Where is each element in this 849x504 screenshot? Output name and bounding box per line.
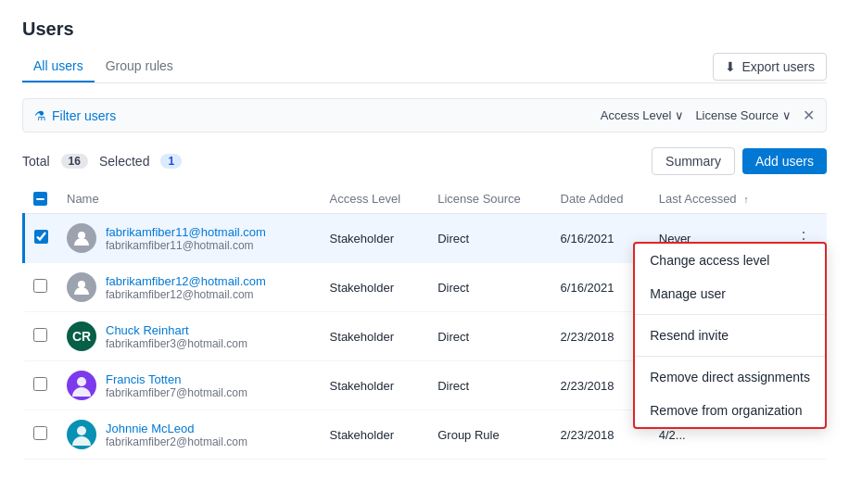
avatar (67, 223, 96, 253)
context-menu-item[interactable]: Remove direct assignments (635, 360, 825, 394)
access-level-cell: Stakeholder (321, 361, 429, 410)
license-source-cell: Direct (428, 361, 551, 410)
tab-all-users[interactable]: All users (22, 51, 95, 82)
user-email: fabrikamfiber7@hotmail.com (106, 386, 247, 399)
user-info-cell: Johnnie McLeod fabrikamfiber2@hotmail.co… (67, 420, 311, 449)
license-source-cell: Direct (428, 312, 551, 361)
user-display-name[interactable]: Francis Totten (106, 372, 247, 386)
menu-divider (635, 356, 825, 357)
filter-bar: ⚗ Filter users Access Level ∨ License So… (22, 98, 827, 132)
sort-icon: ↑ (743, 194, 749, 205)
filter-users-button[interactable]: ⚗ Filter users (34, 108, 116, 123)
access-level-cell: Stakeholder (321, 410, 429, 460)
user-info-cell: fabrikamfiber11@hotmail.com fabrikamfibe… (67, 223, 311, 253)
svg-point-3 (77, 426, 86, 435)
row-checkbox[interactable] (33, 328, 47, 342)
col-header-date-added: Date Added (551, 184, 650, 214)
menu-divider (635, 314, 825, 315)
svg-point-2 (77, 377, 86, 386)
user-display-name[interactable]: fabrikamfiber12@hotmail.com (106, 274, 266, 288)
toolbar-left: Total 16 Selected 1 (22, 154, 182, 169)
context-menu: Change access levelManage userResend inv… (633, 242, 827, 429)
avatar (67, 420, 96, 449)
actions-cell: ⋮Change access levelManage userResend in… (780, 214, 827, 263)
user-cell: fabrikamfiber11@hotmail.com fabrikamfibe… (57, 214, 321, 263)
user-cell: fabrikamfiber12@hotmail.com fabrikamfibe… (57, 263, 321, 312)
access-level-label: Access Level (601, 108, 672, 122)
tabs-left: All users Group rules (22, 51, 184, 82)
checkbox-cell (24, 410, 58, 460)
avatar (67, 371, 96, 400)
row-checkbox[interactable] (33, 279, 47, 293)
filter-icon: ⚗ (34, 108, 46, 123)
download-icon: ⬇ (725, 59, 736, 74)
user-cell: CR Chuck Reinhart fabrikamfiber3@hotmail… (57, 312, 321, 361)
access-level-cell: Stakeholder (321, 214, 429, 263)
user-info: Francis Totten fabrikamfiber7@hotmail.co… (106, 372, 247, 399)
col-header-license-source: License Source (428, 184, 551, 214)
avatar (67, 272, 96, 302)
row-checkbox[interactable] (34, 230, 48, 244)
col-header-access-level: Access Level (321, 184, 429, 214)
user-email: fabrikamfiber11@hotmail.com (106, 239, 266, 252)
user-email: fabrikamfiber12@hotmail.com (106, 288, 266, 301)
tab-group-rules[interactable]: Group rules (95, 51, 184, 82)
row-checkbox[interactable] (33, 377, 47, 391)
context-menu-item[interactable]: Remove from organization (635, 394, 825, 427)
access-level-cell: Stakeholder (321, 263, 429, 312)
toolbar-right: Summary Add users (652, 147, 827, 175)
table-row: fabrikamfiber11@hotmail.com fabrikamfibe… (24, 214, 828, 263)
col-header-actions (780, 184, 827, 214)
col-header-last-accessed[interactable]: Last Accessed ↑ (650, 184, 780, 214)
user-info: Chuck Reinhart fabrikamfiber3@hotmail.co… (106, 323, 247, 350)
checkbox-cell (24, 312, 58, 361)
license-source-cell: Direct (428, 214, 551, 263)
access-level-cell: Stakeholder (321, 312, 429, 361)
context-menu-item[interactable]: Resend invite (635, 319, 825, 352)
user-cell: Johnnie McLeod fabrikamfiber2@hotmail.co… (57, 410, 321, 460)
select-all-header (24, 184, 58, 214)
export-users-button[interactable]: ⬇ Export users (713, 53, 827, 81)
checkbox-cell (24, 361, 58, 410)
select-all-checkbox[interactable] (33, 192, 47, 206)
user-display-name[interactable]: fabrikamfiber11@hotmail.com (106, 225, 266, 239)
user-info-cell: CR Chuck Reinhart fabrikamfiber3@hotmail… (67, 321, 311, 351)
users-table: Name Access Level License Source Date Ad… (22, 184, 827, 460)
user-display-name[interactable]: Johnnie McLeod (106, 422, 247, 435)
user-cell: Francis Totten fabrikamfiber7@hotmail.co… (57, 361, 321, 410)
license-source-cell: Group Rule (428, 410, 551, 460)
chevron-down-icon: ∨ (782, 108, 792, 122)
svg-point-0 (78, 232, 85, 239)
filter-close-button[interactable]: ✕ (803, 107, 815, 124)
user-email: fabrikamfiber2@hotmail.com (106, 435, 247, 448)
license-source-label: License Source (695, 108, 779, 122)
user-display-name[interactable]: Chuck Reinhart (106, 323, 247, 337)
chevron-down-icon: ∨ (675, 108, 684, 122)
page-title: Users (22, 19, 827, 40)
context-menu-item[interactable]: Manage user (635, 277, 825, 310)
user-info-cell: Francis Totten fabrikamfiber7@hotmail.co… (67, 371, 311, 400)
col-header-name: Name (57, 184, 321, 214)
total-count-badge: 16 (61, 154, 88, 169)
user-info: fabrikamfiber11@hotmail.com fabrikamfibe… (106, 225, 266, 252)
add-users-button[interactable]: Add users (742, 148, 827, 174)
summary-button[interactable]: Summary (652, 147, 735, 175)
user-email: fabrikamfiber3@hotmail.com (106, 337, 247, 350)
selected-count-badge: 1 (160, 154, 182, 169)
user-info: Johnnie McLeod fabrikamfiber2@hotmail.co… (106, 422, 247, 448)
row-checkbox[interactable] (33, 426, 47, 440)
svg-point-1 (78, 281, 85, 288)
user-info: fabrikamfiber12@hotmail.com fabrikamfibe… (106, 274, 266, 301)
filter-label: Filter users (52, 108, 116, 123)
selected-label: Selected (99, 154, 149, 169)
user-info-cell: fabrikamfiber12@hotmail.com fabrikamfibe… (67, 272, 311, 302)
export-label: Export users (741, 59, 815, 74)
avatar: CR (67, 321, 96, 351)
context-menu-item[interactable]: Change access level (635, 244, 825, 277)
table-toolbar: Total 16 Selected 1 Summary Add users (22, 147, 827, 175)
total-label: Total (22, 154, 50, 169)
filter-right: Access Level ∨ License Source ∨ ✕ (601, 107, 815, 124)
access-level-dropdown[interactable]: Access Level ∨ (601, 108, 685, 122)
checkbox-cell (24, 214, 58, 263)
license-source-dropdown[interactable]: License Source ∨ (695, 108, 792, 122)
